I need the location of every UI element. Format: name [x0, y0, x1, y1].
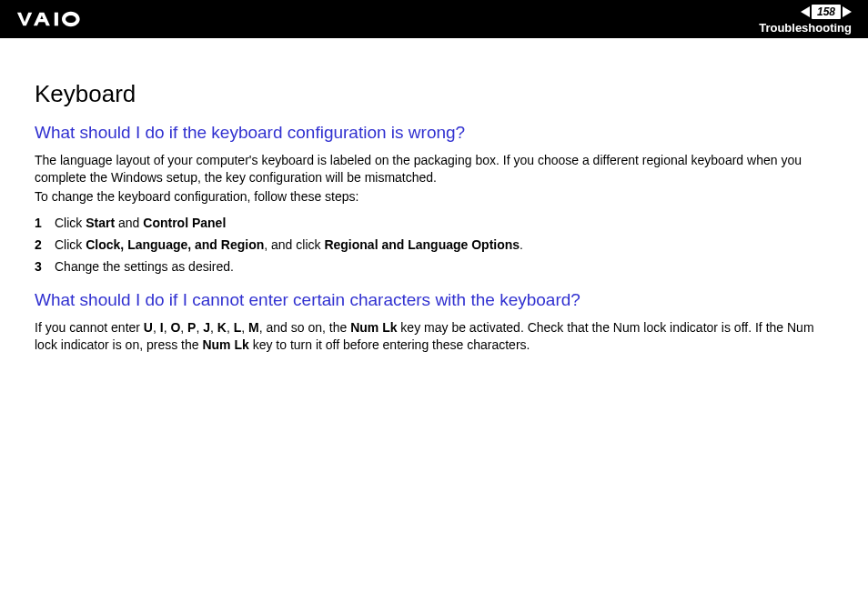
header-right: 158 Troubleshooting [759, 5, 852, 35]
step-text-part: and [115, 216, 143, 230]
prev-page-arrow-icon[interactable] [801, 6, 810, 17]
step-bold: Start [86, 216, 115, 230]
char-bold: U [144, 320, 153, 335]
char-bold: P [187, 320, 196, 335]
step-text: Click Start and Control Panel [55, 213, 833, 233]
page-content: Keyboard What should I do if the keyboar… [0, 38, 868, 354]
step-number: 2 [35, 235, 55, 255]
q1-paragraph-2: To change the keyboard configuration, fo… [35, 188, 833, 206]
step-bold: Clock, Language, and Region [86, 237, 264, 252]
char-bold: I [160, 320, 164, 335]
char-bold: J [203, 320, 210, 335]
header-bar: 158 Troubleshooting [0, 0, 868, 38]
question-heading-2: What should I do if I cannot enter certa… [35, 290, 833, 310]
question-heading-1: What should I do if the keyboard configu… [35, 123, 833, 143]
next-page-arrow-icon[interactable] [843, 6, 852, 17]
section-label: Troubleshooting [759, 21, 852, 35]
step-number: 3 [35, 256, 55, 276]
page-nav: 158 [801, 5, 852, 19]
step-bold: Control Panel [143, 216, 226, 230]
svg-rect-0 [55, 13, 58, 26]
steps-list: 1 Click Start and Control Panel 2 Click … [35, 213, 833, 277]
step-item: 2 Click Clock, Language, and Region, and… [35, 235, 833, 255]
step-text: Change the settings as desired. [55, 256, 833, 276]
step-number: 1 [35, 213, 55, 233]
page-number: 158 [812, 5, 841, 19]
step-bold: Regional and Language Options [324, 237, 520, 252]
step-text-part: , and click [264, 237, 324, 252]
step-text-part: Change the settings as desired. [55, 259, 234, 274]
page-title: Keyboard [35, 80, 833, 108]
char-bold: M [248, 320, 259, 335]
char-bold: L [234, 320, 242, 335]
numlk-bold: Num Lk [202, 337, 248, 352]
step-text-part: . [520, 237, 523, 252]
q1-paragraph-1: The language layout of your computer's k… [35, 152, 833, 186]
q2-paragraph: If you cannot enter U, I, O, P, J, K, L,… [35, 319, 833, 354]
step-text-part: Click [55, 237, 86, 252]
step-text-part: Click [55, 216, 86, 230]
char-bold: O [170, 320, 180, 335]
vaio-logo [16, 11, 107, 27]
step-item: 3 Change the settings as desired. [35, 256, 833, 276]
step-item: 1 Click Start and Control Panel [35, 213, 833, 233]
step-text: Click Clock, Language, and Region, and c… [55, 235, 833, 255]
numlk-bold: Num Lk [350, 320, 397, 335]
char-bold: K [217, 320, 227, 335]
